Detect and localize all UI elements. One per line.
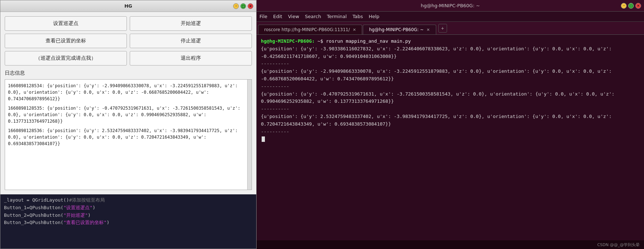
window-titlebar: HG － □ ✕: [0, 0, 256, 12]
terminal-titlebar: hg@hg-MINIPC-PB60G: ~ － □ ✕: [257, 0, 644, 12]
set-waypoints-button[interactable]: 设置巡逻点: [5, 16, 127, 31]
terminal-window-controls: － □ ✕: [621, 3, 641, 9]
add-tab-button[interactable]: +: [438, 24, 447, 33]
code-line-4: Button_3=QPushButton("查看已设置的坐标"): [4, 219, 253, 227]
waypoints-done-button[interactable]: （巡逻点设置完成请点我）: [5, 51, 127, 66]
menu-search[interactable]: Search: [305, 14, 321, 19]
terminal-window: hg@hg-MINIPC-PB60G: ~ － □ ✕ File Edit Vi…: [257, 0, 644, 249]
terminal-output-text-4: {u'position': {u'y': 2.5324759483337402,…: [261, 114, 612, 127]
terminal-output-text-3: {u'position': {u'y': -0.4707925319671631…: [261, 91, 614, 104]
terminal-separator-1: ----------: [261, 60, 640, 68]
tab-roscore[interactable]: roscore http://hg-MINIPC-PB60G:11311/ ✕: [258, 25, 362, 34]
terminal-separator-text-3: ----------: [261, 106, 289, 111]
window-title: HG: [124, 3, 132, 9]
button-row-2: 查看已设置的坐标 停止巡逻: [5, 34, 252, 48]
terminal-tabs: roscore http://hg-MINIPC-PB60G:11311/ ✕ …: [257, 22, 644, 35]
code-area: _layout = QGridLayout()#添加按钮至布局 Button_1…: [0, 194, 256, 249]
menu-help[interactable]: Help: [369, 14, 379, 19]
tab-roscore-label: roscore http://hg-MINIPC-PB60G:11311/: [264, 27, 350, 32]
code-line-3: Button_2=QPushButton("开始巡逻"): [4, 212, 253, 219]
terminal-prompt-line: hg@hg-MINIPC-PB60G: ~$ rosrun mapping_an…: [261, 38, 640, 45]
terminal-separator-3: ----------: [261, 105, 640, 113]
terminal-output-2: {u'position': {u'y': -2.994098663330078,…: [261, 68, 640, 83]
terminal-output-text-2: {u'position': {u'y': -2.994098663330078,…: [261, 68, 612, 81]
terminal-output-1: {u'position': {u'y': -3.903386116027832,…: [261, 45, 640, 60]
terminal-separator-text-2: ----------: [261, 84, 289, 89]
terminal-output-text-1: {u'position': {u'y': -3.903386116027832,…: [261, 46, 612, 59]
tab-home-close[interactable]: ✕: [426, 28, 430, 32]
tab-roscore-close[interactable]: ✕: [353, 28, 356, 32]
log-entry: 1660898128534: {u'position': {u'y': -2.9…: [8, 83, 244, 102]
terminal-separator-2: ----------: [261, 83, 640, 90]
terminal-separator-4: ----------: [261, 128, 640, 136]
tab-home-label: hg@hg-MINIPC-PB60G: ~: [369, 27, 424, 32]
view-coords-button[interactable]: 查看已设置的坐标: [5, 34, 127, 48]
log-entry: 1660898128535: {u'position': {u'y': -0.4…: [8, 105, 244, 124]
terminal-footer-text: CSDN @@_@学到头晕: [597, 242, 640, 248]
menu-view[interactable]: View: [288, 14, 299, 19]
button-row-3: （巡逻点设置完成请点我） 退出程序: [5, 51, 252, 66]
exit-program-button[interactable]: 退出程序: [130, 51, 252, 66]
code-line-2: Button_1=QPushButton("设置巡逻点"): [4, 204, 253, 212]
log-entry: 1660898128536: {u'position': {u'y': 2.53…: [8, 127, 244, 147]
tab-home[interactable]: hg@hg-MINIPC-PB60G: ~ ✕: [363, 25, 436, 34]
terminal-cursor-line: [261, 135, 640, 143]
terminal-body[interactable]: hg@hg-MINIPC-PB60G: ~$ rosrun mapping_an…: [257, 35, 644, 240]
menu-terminal[interactable]: Terminal: [327, 14, 347, 19]
terminal-title: hg@hg-MINIPC-PB60G: ~: [259, 3, 641, 8]
terminal-prompt-user: hg@hg-MINIPC-PB60G:: [261, 38, 315, 44]
terminal-separator-text-1: ----------: [261, 61, 289, 66]
terminal-footer: CSDN @@_@学到头晕: [257, 240, 644, 249]
button-row-1: 设置巡逻点 开始巡逻: [5, 16, 252, 31]
terminal-close-button[interactable]: ✕: [635, 3, 641, 9]
hg-window: HG － □ ✕ 设置巡逻点 开始巡逻 查看已设置的坐标 停止巡逻 （巡逻点设置…: [0, 0, 257, 249]
log-scrollbar[interactable]: [247, 80, 252, 190]
menu-edit[interactable]: Edit: [273, 14, 282, 19]
close-button[interactable]: ✕: [248, 3, 253, 9]
log-area[interactable]: 1660898128534: {u'position': {u'y': -2.9…: [5, 80, 247, 190]
terminal-command: ~$ rosrun mapping_and_nav main.py: [318, 38, 411, 44]
terminal-cursor: [262, 136, 265, 142]
menu-tabs[interactable]: Tabs: [352, 14, 363, 19]
hg-content: 设置巡逻点 开始巡逻 查看已设置的坐标 停止巡逻 （巡逻点设置完成请点我） 退出…: [0, 12, 256, 194]
code-line-1: _layout = QGridLayout()#添加按钮至布局: [4, 197, 253, 204]
terminal-output-4: {u'position': {u'y': 2.5324759483337402,…: [261, 113, 640, 128]
maximize-button[interactable]: □: [240, 3, 246, 9]
log-section-label: 日志信息: [5, 70, 252, 76]
window-controls: － □ ✕: [233, 3, 253, 9]
terminal-maximize-button[interactable]: □: [628, 3, 634, 9]
terminal-minimize-button[interactable]: －: [621, 3, 627, 9]
terminal-separator-text-4: ----------: [261, 129, 289, 134]
start-patrol-button[interactable]: 开始巡逻: [130, 16, 252, 31]
terminal-output-3: {u'position': {u'y': -0.4707925319671631…: [261, 90, 640, 106]
terminal-menubar: File Edit View Search Terminal Tabs Help: [257, 12, 644, 22]
minimize-button[interactable]: －: [233, 3, 239, 9]
stop-patrol-button[interactable]: 停止巡逻: [130, 34, 252, 48]
menu-file[interactable]: File: [259, 14, 267, 19]
